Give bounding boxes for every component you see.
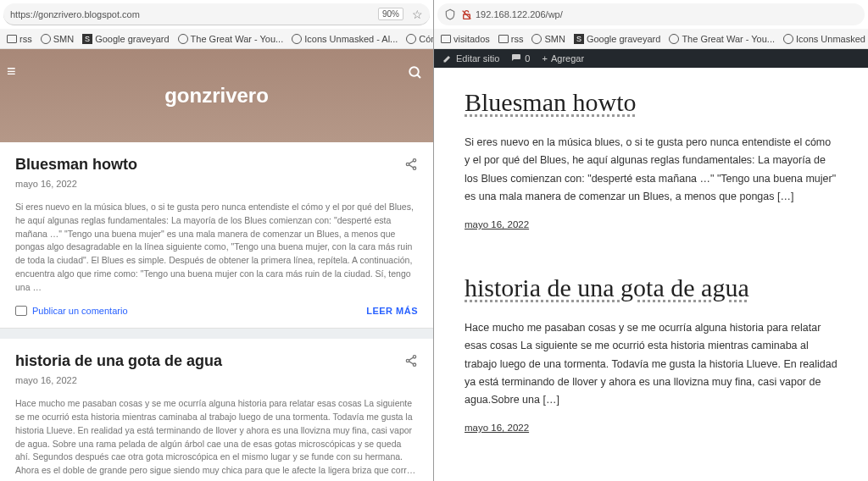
wp-page: Bluesman howto Si eres nuevo en la músic… xyxy=(434,68,868,481)
globe-icon xyxy=(406,34,416,44)
url-text: https://gonzrivero.blogspot.com xyxy=(10,9,378,19)
wp-post-excerpt: Si eres nuevo en la música blues, o si t… xyxy=(465,134,837,206)
bookmark-icons[interactable]: Icons Unmasked - Al... xyxy=(783,34,868,44)
shield-icon[interactable] xyxy=(444,8,456,20)
bookmark-graveyard[interactable]: SGoogle graveyard xyxy=(82,34,169,44)
svg-line-5 xyxy=(409,161,413,163)
globe-icon xyxy=(531,34,542,44)
svg-line-10 xyxy=(409,357,413,360)
bookmarks-bar-right: visitados rss SMN SGoogle graveyard The … xyxy=(434,29,868,49)
svg-line-11 xyxy=(409,362,413,364)
bookmark-smn[interactable]: SMN xyxy=(531,34,565,44)
blogger-header: ≡ gonzrivero xyxy=(0,49,433,142)
post-title[interactable]: historia de una gota de agua xyxy=(15,352,222,370)
url-bar-right[interactable]: 192.168.122.206/wp/ xyxy=(437,3,865,25)
bookmark-greatwar[interactable]: The Great War - You... xyxy=(178,34,284,44)
svg-line-6 xyxy=(409,164,413,167)
lock-insecure-icon[interactable] xyxy=(461,8,472,20)
svg-line-1 xyxy=(417,75,420,78)
blog-post-card: historia de una gota de agua mayo 16, 20… xyxy=(0,339,433,481)
wp-post-title[interactable]: historia de una gota de agua xyxy=(465,274,837,302)
wp-post-date[interactable]: mayo 16, 2022 xyxy=(465,219,529,229)
post-excerpt: Hace mucho me pasaban cosas y se me ocur… xyxy=(15,397,418,478)
plus-icon: + xyxy=(542,53,547,64)
globe-icon xyxy=(669,34,679,44)
comment-icon xyxy=(15,306,27,316)
wp-post-excerpt: Hace mucho me pasaban cosas y se me ocur… xyxy=(465,319,837,409)
share-icon[interactable] xyxy=(404,352,418,368)
wp-edit-site[interactable]: Editar sitio xyxy=(442,53,499,64)
svg-point-0 xyxy=(409,67,419,76)
wp-comments[interactable]: 0 xyxy=(511,53,530,64)
wp-post: Bluesman howto Si eres nuevo en la músic… xyxy=(465,88,837,231)
bookmark-greatwar[interactable]: The Great War - You... xyxy=(669,34,775,44)
bookmark-rss[interactable]: rss xyxy=(7,34,32,44)
bookmark-smn[interactable]: SMN xyxy=(41,34,74,44)
bookmark-graveyard[interactable]: SGoogle graveyard xyxy=(574,34,660,44)
globe-icon xyxy=(292,34,302,44)
post-date: mayo 16, 2022 xyxy=(15,375,418,385)
site-icon: S xyxy=(574,34,584,44)
globe-icon xyxy=(783,34,793,44)
post-date: mayo 16, 2022 xyxy=(15,179,418,189)
wp-post: historia de una gota de agua Hace mucho … xyxy=(465,274,837,434)
bookmark-icons[interactable]: Icons Unmasked - Al... xyxy=(292,34,398,44)
site-title[interactable]: gonzrivero xyxy=(164,84,269,108)
right-browser-pane: 192.168.122.206/wp/ visitados rss SMN SG… xyxy=(434,0,868,481)
url-bar-left[interactable]: https://gonzrivero.blogspot.com 90% ☆ xyxy=(3,3,430,25)
folder-icon xyxy=(441,35,451,43)
left-browser-pane: https://gonzrivero.blogspot.com 90% ☆ rs… xyxy=(0,0,434,481)
blog-post-card: Bluesman howto mayo 16, 2022 Si eres nue… xyxy=(0,142,433,329)
folder-icon xyxy=(498,35,509,43)
search-icon[interactable] xyxy=(408,64,423,80)
wp-post-date[interactable]: mayo 16, 2022 xyxy=(465,423,529,433)
url-text: 192.168.122.206/wp/ xyxy=(476,9,563,19)
site-icon: S xyxy=(82,34,92,44)
share-icon[interactable] xyxy=(404,156,418,171)
wp-add-new[interactable]: + Agregar xyxy=(542,53,584,64)
bookmark-visitados[interactable]: visitados xyxy=(441,34,490,44)
globe-icon xyxy=(41,34,51,44)
read-more-link[interactable]: LEER MÁS xyxy=(366,306,418,316)
wp-post-title[interactable]: Bluesman howto xyxy=(465,88,837,117)
post-title[interactable]: Bluesman howto xyxy=(15,156,137,174)
comment-link[interactable]: Publicar un comentario xyxy=(15,306,128,316)
bookmark-desmontar[interactable]: Cómo desmontar, un... xyxy=(406,34,433,44)
hamburger-icon[interactable]: ≡ xyxy=(7,63,16,80)
blogger-page: ≡ gonzrivero Bluesman howto mayo 16, 202… xyxy=(0,49,433,481)
wp-admin-bar: Editar sitio 0 + Agregar xyxy=(434,49,868,68)
bookmarks-bar-left: rss SMN SGoogle graveyard The Great War … xyxy=(0,29,433,49)
globe-icon xyxy=(178,34,188,44)
folder-icon xyxy=(7,35,17,43)
bookmark-star-icon[interactable]: ☆ xyxy=(412,8,423,21)
bookmark-rss[interactable]: rss xyxy=(498,34,524,44)
post-excerpt: Si eres nuevo en la música blues, o si t… xyxy=(15,201,418,294)
zoom-badge[interactable]: 90% xyxy=(378,8,403,20)
